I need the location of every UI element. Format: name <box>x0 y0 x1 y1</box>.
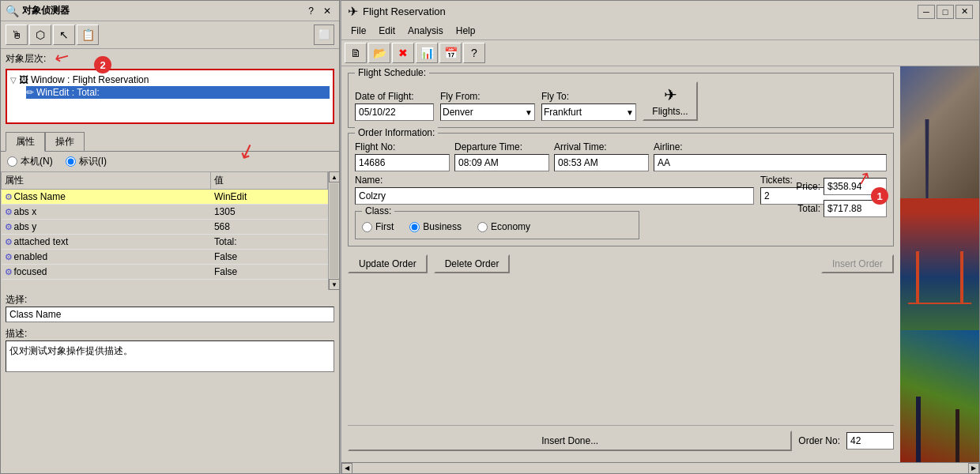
tab-operations[interactable]: 操作 <box>45 132 85 151</box>
flights-btn-icon: ✈ <box>664 85 677 104</box>
radio-business-label[interactable]: Business <box>409 221 462 232</box>
scroll-up[interactable]: ▲ <box>329 171 339 182</box>
radio-local-label[interactable]: 本机(N) <box>7 155 53 168</box>
scroll-track-h[interactable] <box>352 463 968 473</box>
table-row[interactable]: ⚙abs x1305 <box>2 205 328 220</box>
radio-business-text: Business <box>423 221 462 232</box>
radio-first[interactable] <box>362 222 372 232</box>
arrow-btn[interactable]: ↖ <box>53 24 75 45</box>
radio-id-label[interactable]: 标识(I) <box>66 155 107 168</box>
radio-row: 本机(N) 标识(I) <box>1 152 339 171</box>
select-input[interactable] <box>6 307 334 322</box>
app-content: Flight Schedule: Date of Flight: Fly Fro… <box>341 66 979 462</box>
close-btn[interactable]: ✕ <box>320 6 334 17</box>
sidebar-image <box>900 66 979 462</box>
expand-btn[interactable]: ⬜ <box>314 24 334 45</box>
tree-root-item[interactable]: ▽ 🖼 Window : Flight Reservation <box>10 73 330 86</box>
stop-btn[interactable]: ✖ <box>392 43 414 63</box>
h-scrollbar[interactable]: ◀ ▶ <box>341 462 979 473</box>
tab-properties[interactable]: 属性 <box>6 132 45 152</box>
help-btn[interactable]: ? <box>305 6 317 17</box>
table-row[interactable]: ⚙attached textTotal: <box>2 235 328 250</box>
menu-edit[interactable]: Edit <box>372 24 401 38</box>
close-win-btn[interactable]: ✕ <box>956 5 973 19</box>
help-app-btn[interactable]: ? <box>463 43 485 63</box>
fly-to-field: Fly To: Frankfurt ▼ <box>541 91 636 121</box>
radio-local-text: 本机(N) <box>21 155 53 168</box>
radio-business[interactable] <box>409 222 420 232</box>
attr-name-cell: ⚙focused <box>2 265 211 280</box>
scroll-down[interactable]: ▼ <box>329 279 339 290</box>
order-info-grid: Flight No: Departure Time: Arrival Time:… <box>355 141 887 171</box>
scroll-right[interactable]: ▶ <box>968 463 979 474</box>
attr-value-cell: 568 <box>211 220 328 235</box>
select-section: 选择: <box>1 290 339 324</box>
copy-btn[interactable]: 📋 <box>77 24 99 45</box>
attr-value-cell: WinEdit <box>211 190 328 205</box>
attr-value-cell: False <box>211 250 328 265</box>
insert-done-btn[interactable]: Insert Done... <box>348 431 792 451</box>
fly-to-select[interactable]: Frankfurt ▼ <box>541 103 636 121</box>
date-input[interactable] <box>355 103 434 121</box>
table-scrollbar[interactable]: ▲ ▼ <box>328 171 339 290</box>
hand-tool-btn[interactable]: 🖱 <box>6 24 28 45</box>
attr-tabs: 属性 操作 <box>1 129 339 152</box>
menu-help[interactable]: Help <box>450 24 482 38</box>
app-title: ✈ Flight Reservation <box>348 4 446 19</box>
annotation-badge-1: 1 <box>871 187 888 205</box>
attr-value-cell: 1305 <box>211 205 328 220</box>
menu-analysis[interactable]: Analysis <box>401 24 450 38</box>
menu-file[interactable]: File <box>345 24 372 38</box>
table-row[interactable]: ⚙abs y568 <box>2 220 328 235</box>
arr-time-input[interactable] <box>554 154 649 171</box>
flights-btn[interactable]: ✈ Flights... <box>643 81 698 121</box>
new-btn[interactable]: 🗎 <box>345 43 367 63</box>
flight-no-input[interactable] <box>355 154 450 171</box>
dep-time-input[interactable] <box>454 154 549 171</box>
date-label: Date of Flight: <box>355 91 434 102</box>
order-no-input[interactable] <box>846 432 894 450</box>
open-btn[interactable]: 📂 <box>368 43 390 63</box>
photo-block-3 <box>900 330 979 462</box>
name-label: Name: <box>355 175 754 186</box>
attr-name-cell: ⚙Class Name <box>2 190 211 205</box>
radio-id[interactable] <box>66 156 76 167</box>
delete-order-btn[interactable]: Delete Order <box>434 254 511 273</box>
annotation-badge-2: 2 <box>94 56 111 73</box>
airline-input[interactable] <box>654 154 887 171</box>
fly-from-select[interactable]: Denver ▼ <box>440 103 535 121</box>
radio-local[interactable] <box>7 156 17 167</box>
panel-controls: ? ✕ <box>305 6 334 17</box>
dep-time-field: Departure Time: <box>454 141 549 171</box>
update-order-btn[interactable]: Update Order <box>348 254 428 273</box>
app-sidebar <box>900 66 979 462</box>
attr-value-cell: Total: <box>211 235 328 250</box>
bottom-row: Insert Done... Order No: <box>348 425 894 456</box>
table-row[interactable]: ⚙Class NameWinEdit <box>2 190 328 205</box>
table-row[interactable]: ⚙focusedFalse <box>2 265 328 280</box>
attr-name-cell: ⚙attached text <box>2 235 211 250</box>
attr-name-cell: ⚙abs x <box>2 205 211 220</box>
minimize-btn[interactable]: ─ <box>918 5 935 19</box>
flights-btn-label: Flights... <box>652 106 688 117</box>
name-input[interactable] <box>355 187 754 205</box>
scroll-left[interactable]: ◀ <box>341 463 352 474</box>
left-toolbar: 🖱 ⬡ ↖ 📋 2 ⬜ <box>1 21 339 49</box>
insert-order-btn[interactable]: Insert Order <box>821 254 894 273</box>
scroll-thumb[interactable] <box>330 183 338 278</box>
calendar-btn[interactable]: 📅 <box>439 43 462 63</box>
chart-btn[interactable]: 📊 <box>416 43 438 63</box>
cube-btn[interactable]: ⬡ <box>29 24 51 45</box>
fly-to-value: Frankfurt <box>544 107 582 118</box>
left-panel: 🔍 对象侦测器 ? ✕ 🖱 ⬡ ↖ 📋 2 ⬜ 对象层次: ↙ ▽ 🖼 Wind… <box>0 0 340 474</box>
radio-economy-label[interactable]: Economy <box>477 221 530 232</box>
tree-child-item[interactable]: ✏ WinEdit : Total: <box>26 86 330 99</box>
right-panel: ✈ Flight Reservation ─ □ ✕ File Edit Ana… <box>340 0 980 474</box>
maximize-btn[interactable]: □ <box>937 5 954 19</box>
radio-economy[interactable] <box>477 222 488 232</box>
class-legend: Class: <box>362 205 394 216</box>
arr-time-label: Arrival Time: <box>554 141 649 152</box>
radio-first-label[interactable]: First <box>362 221 394 232</box>
table-row[interactable]: ⚙enabledFalse <box>2 250 328 265</box>
total-label: Total: <box>789 203 820 214</box>
